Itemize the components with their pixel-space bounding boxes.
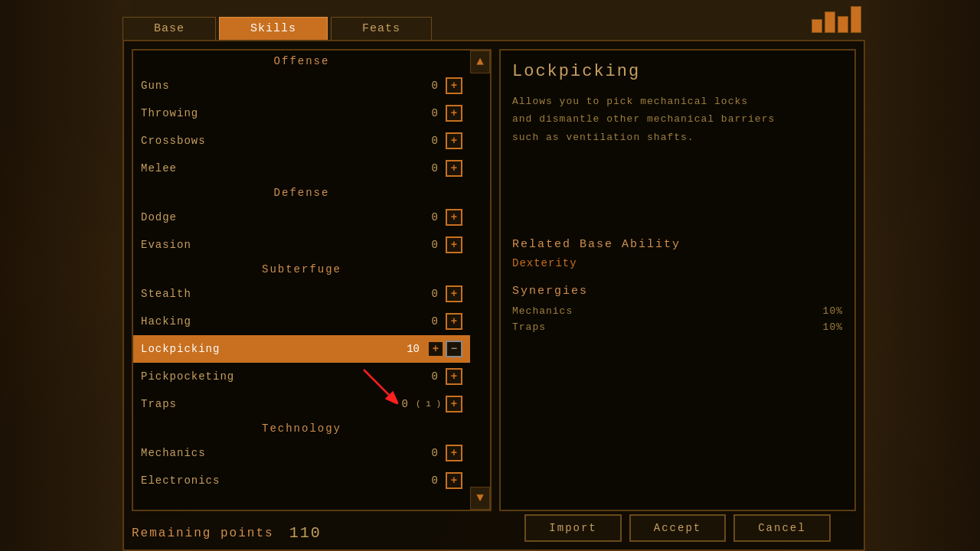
synergy-name-traps: Traps (512, 321, 546, 333)
skill-buttons-mechanics: + (446, 445, 462, 461)
skill-name-guns: Guns (141, 80, 407, 92)
skill-increase-crossbows[interactable]: + (446, 132, 462, 149)
skill-row-crossbows[interactable]: Crossbows 0 + (133, 127, 470, 155)
skill-buttons-dodge: + (446, 209, 462, 226)
skill-value-stealth: 0 (407, 288, 438, 300)
info-panel: Lockpicking Allows you to pick mechanica… (499, 49, 856, 511)
import-button[interactable]: Import (524, 514, 621, 542)
category-subterfuge: Subterfuge (133, 259, 470, 280)
accept-button[interactable]: Accept (629, 514, 726, 542)
skill-buttons-melee: + (446, 160, 462, 177)
detail-title: Lockpicking (512, 62, 843, 81)
skill-row-pickpocketing[interactable]: Pickpocketing 0 + (133, 363, 470, 390)
skill-buttons-stealth: + (446, 285, 462, 302)
skill-name-mechanics: Mechanics (141, 447, 407, 459)
skill-value-throwing: 0 (407, 107, 438, 119)
skill-row-stealth[interactable]: Stealth 0 + (133, 280, 470, 308)
skill-value-lockpicking: 10 (389, 343, 420, 355)
skill-buttons-guns: + (446, 77, 462, 94)
remaining-points-bar: Remaining points 110 (132, 524, 492, 542)
skill-name-pickpocketing: Pickpocketing (141, 370, 407, 383)
remaining-points-value: 110 (289, 524, 322, 542)
scroll-up-button[interactable]: ▲ (470, 51, 490, 73)
skill-increase-pickpocketing[interactable]: + (446, 368, 462, 385)
skill-buttons-traps: ( 1 ) + (416, 396, 462, 412)
skill-increase-evasion[interactable]: + (446, 236, 462, 253)
skill-row-traps[interactable]: Traps 0 ( 1 ) + (133, 390, 470, 418)
skill-buttons-throwing: + (446, 105, 462, 122)
cancel-button[interactable]: Cancel (733, 514, 830, 542)
skill-name-stealth: Stealth (141, 288, 407, 300)
skill-name-lockpicking: Lockpicking (141, 343, 389, 355)
skill-buttons-lockpicking: + − (427, 341, 462, 357)
skill-name-evasion: Evasion (141, 239, 407, 251)
synergy-value-mechanics: 10% (823, 305, 843, 317)
skill-value-pickpocketing: 0 (407, 370, 438, 383)
tab-feats[interactable]: Feats (331, 17, 432, 40)
related-ability-value: Dexterity (512, 257, 843, 269)
bg-right (858, 0, 980, 551)
skill-buttons-hacking: + (446, 313, 462, 330)
synergy-value-traps: 10% (823, 321, 843, 333)
skill-increase-hacking[interactable]: + (446, 313, 462, 330)
skill-name-electronics: Electronics (141, 474, 407, 487)
skill-value-melee: 0 (407, 162, 438, 174)
main-panel: ▲ ▼ Offense Guns 0 + Throwing 0 + Crossb… (122, 40, 865, 551)
tabs-bar: Base Skills Feats (122, 0, 865, 40)
detail-description: Allows you to pick mechanical locksand d… (512, 93, 843, 146)
tab-base[interactable]: Base (122, 17, 216, 40)
skill-name-traps: Traps (141, 398, 377, 410)
traps-badge: ( 1 ) (416, 399, 441, 409)
skill-increase-traps[interactable]: + (446, 396, 462, 412)
skill-value-dodge: 0 (407, 211, 438, 223)
skill-row-electronics[interactable]: Electronics 0 + (133, 467, 470, 494)
skill-name-hacking: Hacking (141, 315, 407, 328)
skill-increase-dodge[interactable]: + (446, 209, 462, 226)
skill-value-guns: 0 (407, 80, 438, 92)
skill-value-evasion: 0 (407, 239, 438, 251)
skill-value-crossbows: 0 (407, 135, 438, 147)
category-defense: Defense (133, 182, 470, 204)
skill-buttons-electronics: + (446, 472, 462, 489)
skill-row-lockpicking[interactable]: Lockpicking 10 + − (133, 335, 470, 363)
synergy-row-mechanics: Mechanics 10% (512, 305, 843, 317)
skill-name-throwing: Throwing (141, 107, 407, 119)
bg-left (0, 0, 130, 551)
synergy-name-mechanics: Mechanics (512, 305, 573, 317)
skill-buttons-evasion: + (446, 236, 462, 253)
skill-row-throwing[interactable]: Throwing 0 + (133, 99, 470, 127)
skills-list: Offense Guns 0 + Throwing 0 + Crossbows … (133, 51, 470, 510)
skill-buttons-pickpocketing: + (446, 368, 462, 385)
skill-row-guns[interactable]: Guns 0 + (133, 72, 470, 99)
skill-buttons-crossbows: + (446, 132, 462, 149)
scroll-down-button[interactable]: ▼ (470, 487, 490, 510)
synergy-row-traps: Traps 10% (512, 321, 843, 333)
remaining-points-label: Remaining points (132, 527, 274, 540)
tab-skills[interactable]: Skills (219, 17, 328, 40)
synergies-header: Synergies (512, 285, 843, 298)
skill-value-electronics: 0 (407, 474, 438, 487)
category-technology: Technology (133, 418, 470, 439)
skill-row-evasion[interactable]: Evasion 0 + (133, 231, 470, 259)
skill-row-melee[interactable]: Melee 0 + (133, 155, 470, 182)
skills-panel: ▲ ▼ Offense Guns 0 + Throwing 0 + Crossb… (132, 49, 492, 511)
skill-row-hacking[interactable]: Hacking 0 + (133, 308, 470, 335)
skill-row-mechanics[interactable]: Mechanics 0 + (133, 439, 470, 467)
skill-increase-electronics[interactable]: + (446, 472, 462, 489)
skill-increase-throwing[interactable]: + (446, 105, 462, 122)
skill-row-dodge[interactable]: Dodge 0 + (133, 204, 470, 231)
skill-value-mechanics: 0 (407, 447, 438, 459)
skill-decrease-lockpicking[interactable]: − (446, 341, 462, 357)
skill-name-melee: Melee (141, 162, 407, 174)
skill-value-traps: 0 (377, 398, 408, 410)
skill-name-dodge: Dodge (141, 211, 407, 223)
related-ability-header: Related Base Ability (512, 238, 843, 251)
skill-increase-lockpicking[interactable]: + (427, 341, 444, 357)
skill-increase-mechanics[interactable]: + (446, 445, 462, 461)
skill-value-hacking: 0 (407, 315, 438, 328)
category-offense: Offense (133, 51, 470, 72)
skill-increase-guns[interactable]: + (446, 77, 462, 94)
skill-increase-stealth[interactable]: + (446, 285, 462, 302)
action-buttons: Import Accept Cancel (499, 514, 856, 542)
skill-increase-melee[interactable]: + (446, 160, 462, 177)
